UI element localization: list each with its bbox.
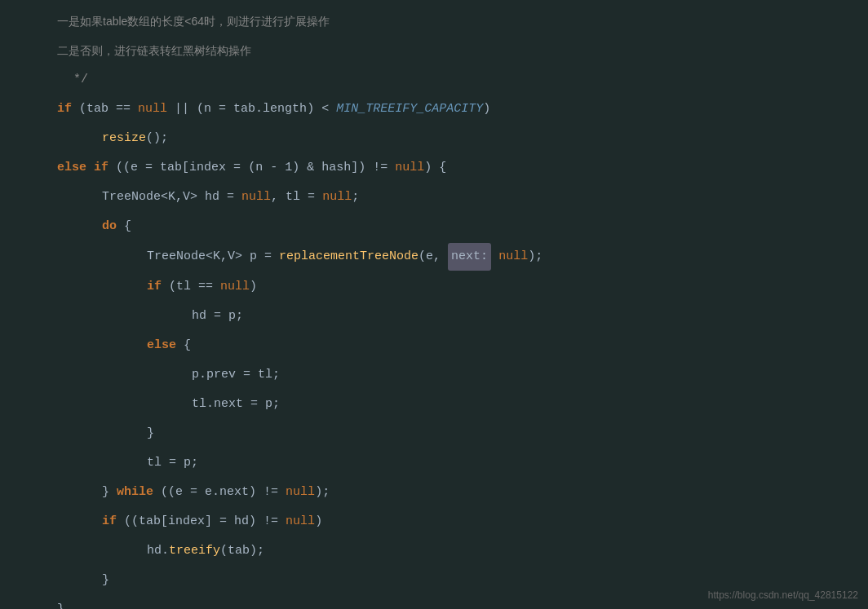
code-container: 一是如果table数组的长度<64时，则进行进行扩展操作 二是否则，进行链表转红… xyxy=(0,0,868,609)
plain-12: 1) xyxy=(277,155,307,181)
plain-30: hd xyxy=(192,303,214,329)
kw-else2: else xyxy=(147,333,176,359)
null-5: null xyxy=(498,244,528,270)
plain-33: p.prev xyxy=(192,362,243,388)
op-5: & xyxy=(307,155,314,181)
op-14: = xyxy=(190,479,197,505)
method-resize: resize xyxy=(102,126,146,152)
plain-19 xyxy=(315,184,322,210)
plain-17 xyxy=(234,184,241,210)
plain-45: ((tab[index] xyxy=(117,509,219,535)
plain-32: { xyxy=(176,333,191,359)
plain-20: ; xyxy=(352,184,359,210)
plain-23 xyxy=(272,244,279,270)
type-treenode2: TreeNode xyxy=(147,244,206,270)
op-9: == xyxy=(198,274,213,300)
code-line-9: TreeNode <K,V> p = replacementTreeNode (… xyxy=(0,241,868,272)
plain-27: (tl xyxy=(162,274,198,300)
plain-2 xyxy=(131,96,138,122)
op-11: = xyxy=(243,362,250,388)
plain-18: , tl xyxy=(271,184,308,210)
plain-28 xyxy=(213,274,220,300)
plain-14 xyxy=(388,155,395,181)
plain-50: (tab); xyxy=(220,538,264,564)
plain-31: p; xyxy=(221,303,243,329)
plain-41: ((e xyxy=(153,479,190,505)
op-7: = xyxy=(308,184,315,210)
code-line-1: 一是如果table数组的长度<64时，则进行进行扩展操作 xyxy=(0,7,868,36)
comment-close: */ xyxy=(73,67,88,93)
code-line-13: p.prev = tl; xyxy=(0,360,868,390)
code-line-14: tl.next = p; xyxy=(0,390,868,419)
op-17: != xyxy=(264,509,278,535)
plain-25 xyxy=(491,244,498,270)
op-10: = xyxy=(214,303,221,329)
op-6: = xyxy=(227,184,234,210)
op-15: != xyxy=(264,479,278,505)
op-neq: != xyxy=(373,155,388,181)
plain-13: hash]) xyxy=(314,155,373,181)
plain-52: } xyxy=(57,597,64,609)
kw-while: while xyxy=(117,479,153,505)
code-line-18: if ((tab[index] = hd) != null ) xyxy=(0,507,868,536)
op-16: = xyxy=(219,509,227,535)
op-13: = xyxy=(169,450,176,476)
code-line-4: if (tab == null || (n = tab.length) < MI… xyxy=(0,95,868,124)
plain-46: hd) xyxy=(227,509,264,535)
code-line-8: do { xyxy=(0,212,868,241)
plain-3: || (n xyxy=(167,96,219,122)
null-8: null xyxy=(286,509,315,535)
plain-39: p; xyxy=(176,450,198,476)
plain-34: tl; xyxy=(250,362,280,388)
code-line-3: */ xyxy=(0,65,868,95)
null-2: null xyxy=(395,155,424,181)
null-4: null xyxy=(322,184,352,210)
op-3: = xyxy=(233,155,241,181)
plain-11: (n xyxy=(241,155,270,181)
plain-4: tab.length) xyxy=(226,96,321,122)
plain-37: } xyxy=(147,421,154,447)
plain-8 xyxy=(86,155,94,181)
kw-do: do xyxy=(102,214,117,240)
plain-24: (e, xyxy=(418,244,448,270)
plain-47 xyxy=(278,509,286,535)
plain-42: e.next) xyxy=(197,479,264,505)
kw-if2: if xyxy=(94,155,108,181)
null-3: null xyxy=(241,184,271,210)
param-next: next: xyxy=(448,243,491,271)
kw-else: else xyxy=(57,155,86,181)
comment-text-1: 一是如果table数组的长度<64时，则进行进行扩展操作 xyxy=(57,8,330,34)
code-line-11: hd = p; xyxy=(0,302,868,331)
plain-7: (); xyxy=(146,126,168,152)
plain-49: hd. xyxy=(147,538,169,564)
plain-16: <K,V> hd xyxy=(161,184,227,210)
code-line-17: } while ((e = e.next) != null ); xyxy=(0,478,868,507)
plain-5 xyxy=(329,96,336,122)
plain-38: tl xyxy=(147,450,169,476)
null-7: null xyxy=(286,479,315,505)
code-line-10: if (tl == null ) xyxy=(0,272,868,302)
null-6: null xyxy=(220,274,250,300)
plain-51: } xyxy=(102,567,109,594)
code-line-12: else { xyxy=(0,331,868,360)
method-treeify: treeify xyxy=(169,538,220,564)
kw-if: if xyxy=(57,96,72,122)
plain-40: } xyxy=(102,479,117,505)
op-8: = xyxy=(264,244,272,270)
code-line-15: } xyxy=(0,419,868,448)
plain-36: p; xyxy=(258,391,280,417)
code-line-2: 二是否则，进行链表转红黑树结构操作 xyxy=(0,36,868,65)
plain-21: { xyxy=(117,214,131,240)
plain-35: tl.next xyxy=(192,391,250,417)
kw-if4: if xyxy=(102,509,117,535)
plain-22: <K,V> p xyxy=(206,244,264,270)
plain-15: ) { xyxy=(424,155,446,181)
plain-1: (tab xyxy=(72,96,116,122)
null-1: null xyxy=(138,96,167,122)
plain-26: ); xyxy=(528,244,542,270)
op-lt: < xyxy=(321,96,329,122)
op-2: = xyxy=(145,155,153,181)
type-treenode1: TreeNode xyxy=(102,184,161,210)
code-line-6: else if ((e = tab[index = (n - 1) & hash… xyxy=(0,153,868,183)
plain-9: ((e xyxy=(108,155,145,181)
